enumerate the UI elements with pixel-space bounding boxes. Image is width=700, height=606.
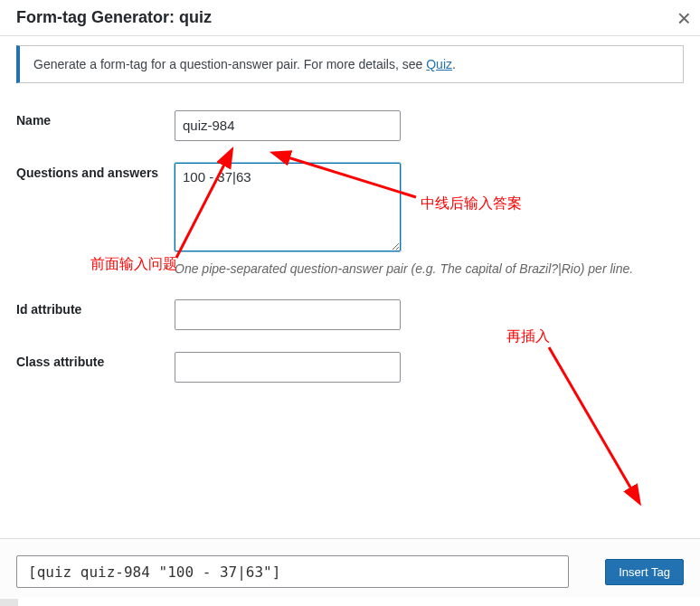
info-link-quiz[interactable]: Quiz — [426, 57, 452, 71]
name-field[interactable] — [175, 110, 401, 141]
form-body: Name Questions and answers One pipe-sepa… — [0, 99, 700, 412]
dialog-footer: Insert Tag — [0, 538, 700, 597]
dialog-header: Form-tag Generator: quiz × — [0, 0, 700, 36]
generated-tag-code[interactable] — [16, 555, 569, 588]
id-attribute-field[interactable] — [175, 299, 401, 330]
dialog-title: Form-tag Generator: quiz — [16, 8, 212, 27]
label-class: Class attribute — [16, 341, 175, 393]
insert-tag-button[interactable]: Insert Tag — [605, 559, 684, 585]
class-attribute-field[interactable] — [175, 352, 401, 383]
qa-hint: One pipe-separated question-answer pair … — [175, 260, 681, 278]
info-text-prefix: Generate a form-tag for a question-answe… — [33, 57, 426, 71]
label-id: Id attribute — [16, 289, 175, 341]
info-text-suffix: . — [452, 57, 456, 71]
info-banner: Generate a form-tag for a question-answe… — [16, 45, 684, 83]
close-icon[interactable]: × — [677, 6, 691, 30]
tab-indicator — [0, 599, 18, 606]
questions-answers-field[interactable] — [175, 163, 401, 251]
label-qa: Questions and answers — [16, 152, 175, 289]
form-table: Name Questions and answers One pipe-sepa… — [16, 99, 684, 393]
label-name: Name — [16, 99, 175, 152]
